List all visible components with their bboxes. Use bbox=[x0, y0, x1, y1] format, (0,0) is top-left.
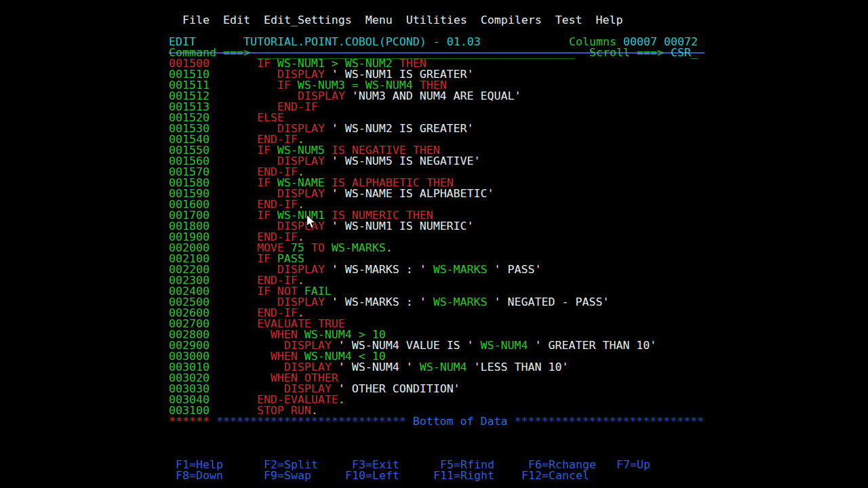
code-segment: ' WS-MARKS : ' bbox=[332, 296, 433, 308]
code-segment: . bbox=[338, 393, 345, 406]
menu-item-edit[interactable]: Edit bbox=[223, 14, 250, 26]
code-segment: ' GREATER THAN 10' bbox=[535, 339, 657, 352]
blank-row bbox=[169, 438, 711, 449]
bottom-stars-left: **************************** bbox=[210, 415, 406, 428]
code-segment: 'LESS THAN 10' bbox=[474, 361, 569, 373]
code-segment: ' PASS' bbox=[494, 263, 542, 276]
fkey-f10[interactable]: F10=Left bbox=[345, 470, 399, 481]
bottom-of-data-row: ****** **************************** Bott… bbox=[169, 416, 711, 427]
code-segment: WS-MARKS bbox=[433, 296, 494, 308]
bottom-stars-right: **************************** bbox=[515, 415, 705, 428]
code-segment: ' OTHER CONDITION' bbox=[338, 382, 460, 395]
scroll-label: Scroll ===> bbox=[589, 47, 664, 58]
menu-item-menu[interactable]: Menu bbox=[366, 14, 393, 26]
fkey-f11[interactable]: F11=Right bbox=[433, 470, 494, 481]
code-segment: 'NUM3 AND NUM4 ARE EQUAL' bbox=[352, 89, 521, 102]
fkey-f12[interactable]: F12=Cancel bbox=[521, 470, 589, 481]
code-segment: ' WS-MARKS : ' bbox=[332, 263, 433, 276]
code-segment: ' WS-NUM1 IS NUMERIC' bbox=[332, 220, 474, 232]
scroll-field[interactable]: CSR_ bbox=[671, 47, 698, 58]
bottom-of-data-label: Bottom of Data bbox=[406, 415, 515, 428]
code-segment: ' WS-NUM2 IS GREATER' bbox=[332, 122, 474, 135]
menu-item-utilities[interactable]: Utilities bbox=[406, 14, 467, 26]
code-segment: WS-MARKS bbox=[332, 241, 386, 254]
menu-item-file[interactable]: File bbox=[182, 14, 210, 26]
menu-item-help[interactable]: Help bbox=[596, 14, 623, 26]
code-segment: ' WS-NUM5 IS NEGATIVE' bbox=[332, 155, 481, 167]
fkey-f7[interactable]: F7=Up bbox=[616, 460, 650, 470]
menu-bar: FileEditEdit_SettingsMenuUtilitiesCompil… bbox=[169, 15, 711, 26]
code-segment: TO bbox=[311, 241, 332, 254]
code-segment: . bbox=[386, 241, 393, 254]
menu-item-test[interactable]: Test bbox=[555, 14, 583, 26]
code-segment: ' WS-NAME IS ALPHABETIC' bbox=[332, 187, 494, 200]
code-segment: WS-MARKS bbox=[433, 263, 494, 276]
fkey-row-2: F8=Down F9=Swap F10=Left F11=Right F12=C… bbox=[169, 470, 711, 481]
mouse-cursor-icon bbox=[306, 214, 317, 230]
blank-row bbox=[169, 427, 711, 438]
code-area: 001500 IF WS-NUM1 > WS-NUM2 THEN001510 D… bbox=[169, 58, 711, 416]
terminal-screen: { "colors": { "red": "#cc2b2b", "green":… bbox=[0, 0, 868, 488]
code-segment: WS-NUM4 bbox=[481, 339, 535, 352]
menu-item-edit-settings[interactable]: Edit_Settings bbox=[264, 14, 352, 26]
ispf-editor-screen: FileEditEdit_SettingsMenuUtilitiesCompil… bbox=[169, 15, 711, 481]
code-segment: ' WS-NUM4 ' bbox=[338, 361, 420, 373]
code-segment: WS-NUM4 bbox=[420, 361, 474, 373]
code-segment: ' NEGATED - PASS' bbox=[494, 296, 610, 308]
fkey-f8[interactable]: F8=Down bbox=[176, 470, 223, 481]
fkey-f9[interactable]: F9=Swap bbox=[264, 470, 311, 481]
bottom-left-marker: ****** bbox=[169, 415, 210, 428]
menu-item-compilers[interactable]: Compilers bbox=[481, 14, 542, 26]
